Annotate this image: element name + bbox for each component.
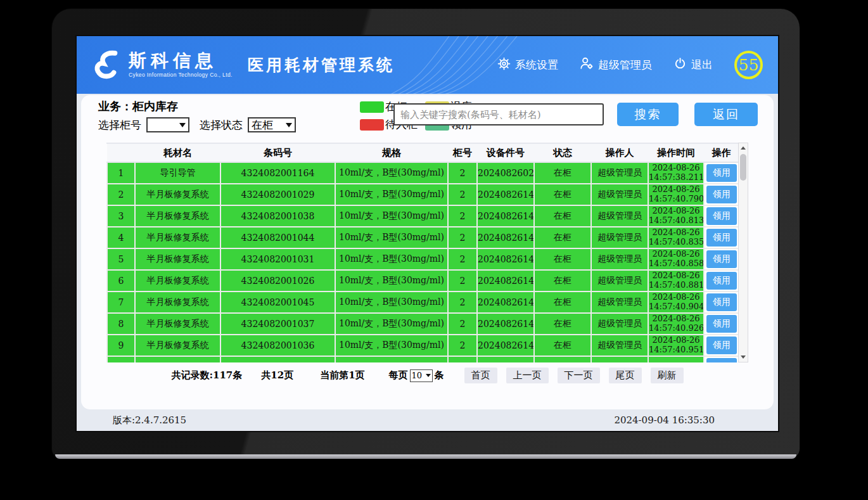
cell-operator: 超级管理员 [591,292,648,313]
cell-cabinet: 2 [448,248,477,270]
cell-name: 半月板修复系统 [135,292,220,313]
first-page-button[interactable]: 首页 [464,368,497,383]
cell-action: 领用 [704,227,738,248]
content-area: 业务：柜内库存 选择柜号 选择状态 在柜 [77,94,778,431]
user-account-button[interactable]: 超级管理员 [580,56,652,74]
cell-op-time: 2024-08-2614:57:40.835 [648,227,704,248]
cell-action: 领用 [704,184,738,205]
cell-row-no: 6 [107,270,135,292]
row-action-button[interactable]: 领用 [706,164,737,182]
logo-swirl-icon [93,49,122,81]
table-row: 1导引导管432408200116410ml/支，B型(30mg/ml)2202… [107,162,738,184]
user-role-label: 超级管理员 [598,58,652,72]
cell-row-no [107,356,135,362]
row-action-button[interactable]: 领用 [706,315,737,333]
col-row-no [107,144,135,162]
screen-footer: 版本:2.4.7.2615 2024-09-04 16:35:30 [77,409,778,431]
status-select-value: 在柜 [252,118,273,132]
cell-status: 在柜 [534,313,591,335]
cell-operator: 超级管理员 [591,335,648,356]
back-button[interactable]: 返回 [694,103,758,126]
status-select[interactable]: 在柜 [248,117,296,132]
search-input[interactable] [393,103,604,125]
version-label: 版本:2.4.7.2615 [113,414,186,426]
main-panel: 业务：柜内库存 选择柜号 选择状态 在柜 [81,95,774,409]
cell-operator: 超级管理员 [591,184,648,205]
prev-page-button[interactable]: 上一页 [506,368,549,383]
row-action-button[interactable] [706,358,737,362]
last-page-button[interactable]: 尾页 [609,368,642,383]
row-action-button[interactable]: 领用 [706,250,737,268]
cell-device-no: 20240826143 [477,205,534,227]
logout-button[interactable]: 退出 [673,57,713,74]
cell-op-time: 2024-08-2614:57:40.926 [648,313,704,335]
gear-icon [497,57,511,74]
table-row: 3半月板修复系统432408200103810ml/支，B型(30mg/ml)2… [107,205,738,227]
cell-name [135,356,220,362]
cell-cabinet: 2 [448,313,477,335]
cell-spec: 10ml/支，B型(30mg/ml) [335,227,448,248]
refresh-button[interactable]: 刷新 [651,368,684,383]
countdown-timer: 55 [734,51,763,79]
col-status: 状态 [534,144,591,162]
table-body: 1导引导管432408200116410ml/支，B型(30mg/ml)2202… [107,162,738,362]
cell-cabinet: 2 [448,270,477,292]
table-row: 7半月板修复系统432408200104510ml/支，B型(30mg/ml)2… [107,292,738,313]
cell-device-no: 20240826142 [477,184,534,205]
row-action-button[interactable]: 领用 [706,337,737,354]
col-op-time: 操作时间 [648,144,704,162]
cell-row-no: 3 [107,205,135,227]
row-action-button[interactable]: 领用 [706,186,737,203]
cell-barcode: 4324082001036 [220,335,335,356]
table-scrollbar[interactable] [738,143,748,362]
cell-status: 在柜 [534,162,591,184]
row-action-button[interactable]: 领用 [706,229,737,247]
cell-cabinet [448,356,477,362]
next-page-button[interactable]: 下一页 [558,368,600,383]
cell-name: 半月板修复系统 [135,313,220,335]
cabinet-select[interactable] [146,117,189,132]
cell-row-no: 7 [107,292,135,313]
cell-action: 领用 [704,335,738,356]
cell-spec: 10ml/支，B型(30mg/ml) [335,162,448,184]
row-action-button[interactable]: 领用 [706,293,737,311]
cell-cabinet: 2 [448,162,477,184]
cell-spec: 10ml/支，B型(30mg/ml) [335,205,448,227]
cell-name: 半月板修复系统 [135,335,220,356]
cell-op-time: 2024-08-2614:57:40.858 [648,248,704,270]
cell-row-no: 8 [107,313,135,335]
col-barcode: 条码号 [220,144,335,162]
row-action-button[interactable]: 领用 [706,272,737,290]
cell-row-no: 2 [107,184,135,205]
col-name: 耗材名 [135,144,220,162]
col-action: 操作 [704,144,738,162]
cell-op-time: 2024-08-2614:57:40.951 [648,335,704,356]
scrollbar-up-arrow[interactable] [739,143,748,153]
cell-cabinet: 2 [448,292,477,313]
col-device-no: 设备件号 [477,144,534,162]
per-page-select[interactable]: 10 [410,369,433,382]
cell-device-no: 20240826149 [477,335,534,356]
cell-status [534,356,591,362]
chevron-down-icon [179,123,186,127]
cell-operator: 超级管理员 [591,162,648,184]
logout-label: 退出 [691,58,713,72]
cell-device-no: 20240826145 [477,248,534,270]
user-gear-icon [580,56,594,74]
scrollbar-thumb[interactable] [740,154,746,181]
logo: 斯科信息 Cykeo Information Technology Co., L… [93,49,233,81]
system-settings-button[interactable]: 系统设置 [497,57,558,74]
cell-name: 半月板修复系统 [135,270,220,292]
table-row [107,356,738,362]
cell-device-no: 20240826144 [477,227,534,248]
cell-name: 半月板修复系统 [135,184,220,205]
row-action-button[interactable]: 领用 [706,207,737,225]
cell-spec [335,356,448,362]
cell-row-no: 4 [107,227,135,248]
cell-device-no: 20240826147 [477,292,534,313]
datetime-label: 2024-09-04 16:35:30 [614,414,715,426]
scrollbar-down-arrow[interactable] [739,352,748,362]
cell-action: 领用 [704,248,738,270]
search-button[interactable]: 搜索 [617,103,679,126]
logo-title: 斯科信息 [129,52,233,70]
